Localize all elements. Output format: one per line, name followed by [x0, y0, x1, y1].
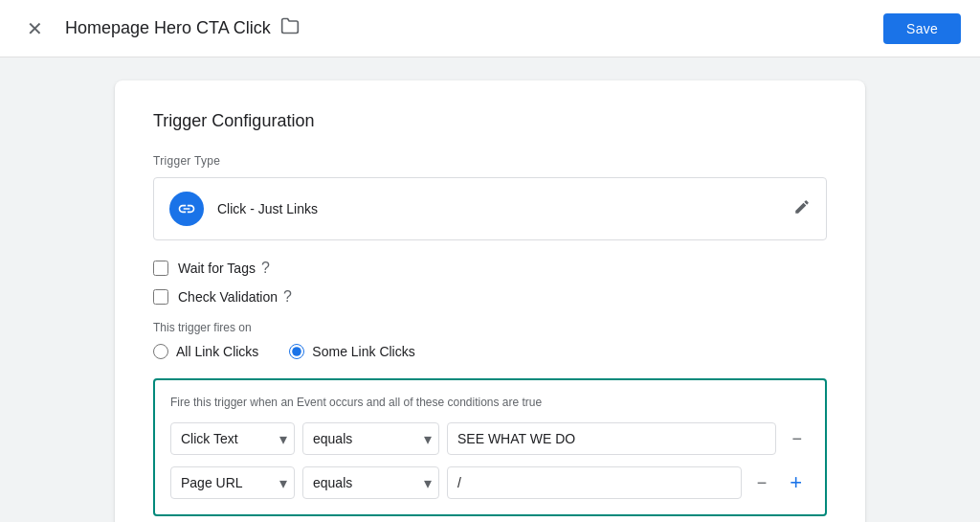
- variable-dropdown-2-wrapper: Click Text Click URL Page URL Page Path …: [170, 466, 295, 499]
- save-button[interactable]: Save: [883, 13, 961, 44]
- all-link-clicks-row: All Link Clicks: [153, 344, 258, 359]
- check-validation-row: Check Validation ?: [153, 288, 827, 306]
- all-link-clicks-label[interactable]: All Link Clicks: [176, 344, 258, 359]
- operator-dropdown-1[interactable]: equals contains starts with ends with ma…: [302, 422, 439, 455]
- close-button[interactable]: ✕: [19, 13, 50, 44]
- check-validation-label[interactable]: Check Validation ?: [178, 288, 292, 306]
- folder-icon[interactable]: [280, 16, 300, 40]
- trigger-type-selector[interactable]: Click - Just Links: [153, 177, 827, 240]
- operator-dropdown-2[interactable]: equals contains starts with ends with ma…: [302, 466, 439, 499]
- trigger-type-name: Click - Just Links: [217, 201, 780, 216]
- link-icon: [177, 199, 196, 218]
- wait-for-tags-row: Wait for Tags ?: [153, 260, 827, 277]
- conditions-box: Fire this trigger when an Event occurs a…: [153, 378, 827, 516]
- operator-dropdown-2-wrapper: equals contains starts with ends with ma…: [302, 466, 439, 499]
- wait-for-tags-checkbox[interactable]: [153, 261, 168, 276]
- variable-dropdown-1-wrapper: Click Text Click URL Page URL Page Path …: [170, 422, 295, 455]
- trigger-icon-circle: [169, 192, 204, 226]
- wait-for-tags-label[interactable]: Wait for Tags ?: [178, 260, 270, 277]
- variable-dropdown-1[interactable]: Click Text Click URL Page URL Page Path: [170, 422, 295, 455]
- all-link-clicks-radio[interactable]: [153, 344, 168, 359]
- check-validation-help-icon[interactable]: ?: [283, 288, 292, 306]
- condition-row-1: Click Text Click URL Page URL Page Path …: [170, 422, 810, 455]
- conditions-header: Fire this trigger when an Event occurs a…: [170, 396, 810, 409]
- edit-icon[interactable]: [793, 198, 811, 220]
- main-content: Trigger Configuration Trigger Type Click…: [0, 57, 980, 522]
- remove-condition-2-button[interactable]: −: [749, 469, 775, 497]
- add-condition-button[interactable]: +: [782, 466, 810, 499]
- trigger-configuration-card: Trigger Configuration Trigger Type Click…: [115, 80, 865, 522]
- value-input-2[interactable]: [447, 466, 742, 499]
- wait-for-tags-help-icon[interactable]: ?: [261, 260, 270, 277]
- page-title-text: Homepage Hero CTA Click: [65, 18, 271, 38]
- close-icon: ✕: [27, 17, 43, 40]
- remove-condition-1-button[interactable]: −: [784, 425, 810, 453]
- some-link-clicks-row: Some Link Clicks: [289, 344, 414, 359]
- top-bar: ✕ Homepage Hero CTA Click Save: [0, 0, 980, 57]
- card-title: Trigger Configuration: [153, 111, 827, 131]
- condition-row-2: Click Text Click URL Page URL Page Path …: [170, 466, 810, 499]
- fires-on-radio-group: All Link Clicks Some Link Clicks: [153, 344, 827, 359]
- value-input-1[interactable]: [447, 422, 776, 455]
- page-title: Homepage Hero CTA Click: [65, 16, 868, 40]
- trigger-type-label: Trigger Type: [153, 154, 827, 168]
- fires-on-label: This trigger fires on: [153, 321, 827, 334]
- some-link-clicks-radio[interactable]: [289, 344, 304, 359]
- check-validation-checkbox[interactable]: [153, 289, 168, 305]
- operator-dropdown-1-wrapper: equals contains starts with ends with ma…: [302, 422, 439, 455]
- variable-dropdown-2[interactable]: Click Text Click URL Page URL Page Path: [170, 466, 295, 499]
- some-link-clicks-label[interactable]: Some Link Clicks: [312, 344, 414, 359]
